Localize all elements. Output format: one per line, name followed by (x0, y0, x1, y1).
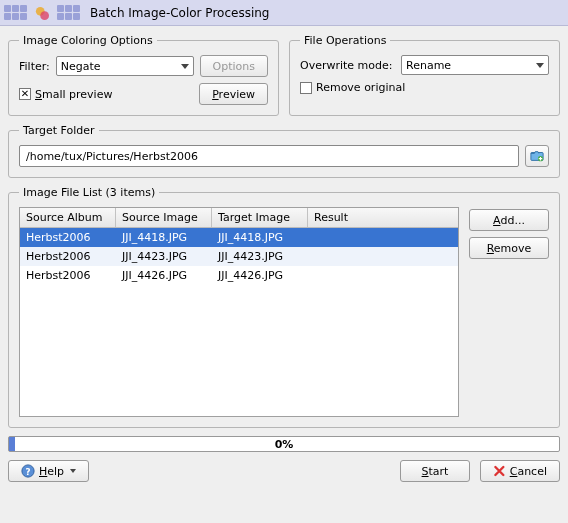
chevron-down-icon (536, 63, 544, 68)
add-button[interactable]: Add... (469, 209, 549, 231)
cancel-icon (493, 464, 506, 478)
image-coloring-options-group: Image Coloring Options Filter: Negate Op… (8, 34, 279, 116)
filter-label: Filter: (19, 60, 50, 73)
window-controls-icon[interactable] (57, 5, 80, 20)
browse-folder-button[interactable] (525, 145, 549, 167)
cancel-button[interactable]: Cancel (480, 460, 560, 482)
svg-point-1 (40, 11, 49, 20)
progress-bar: 0% (8, 436, 560, 452)
folder-icon (530, 149, 544, 163)
remove-button[interactable]: Remove (469, 237, 549, 259)
app-icon (33, 4, 51, 22)
preview-button[interactable]: Preview (199, 83, 268, 105)
col-source-image[interactable]: Source Image (116, 208, 212, 227)
col-target-image[interactable]: Target Image (212, 208, 308, 227)
col-result[interactable]: Result (308, 208, 458, 227)
col-source-album[interactable]: Source Album (20, 208, 116, 227)
checkbox-checked-icon: ✕ (19, 88, 31, 100)
chevron-down-icon (70, 469, 76, 473)
overwrite-mode-select[interactable]: Rename (401, 55, 549, 75)
svg-text:?: ? (25, 467, 30, 477)
chevron-down-icon (181, 64, 189, 69)
start-button[interactable]: Start (400, 460, 470, 482)
overwrite-mode-label: Overwrite mode: (300, 59, 395, 72)
filter-select-value: Negate (61, 60, 101, 73)
help-icon: ? (21, 464, 35, 478)
table-header: Source Album Source Image Target Image R… (20, 208, 458, 228)
target-folder-group: Target Folder /home/tux/Pictures/Herbst2… (8, 124, 560, 178)
target-folder-value: /home/tux/Pictures/Herbst2006 (26, 150, 198, 163)
table-row[interactable]: Herbst2006 JJI_4423.JPG JJI_4423.JPG (20, 247, 458, 266)
titlebar: Batch Image-Color Processing (0, 0, 568, 26)
options-button[interactable]: Options (200, 55, 268, 77)
file-operations-legend: File Operations (300, 34, 390, 47)
small-preview-checkbox[interactable]: ✕ Small preview (19, 88, 112, 101)
image-coloring-legend: Image Coloring Options (19, 34, 157, 47)
target-folder-legend: Target Folder (19, 124, 99, 137)
image-file-list-legend: Image File List (3 items) (19, 186, 159, 199)
checkbox-unchecked-icon (300, 82, 312, 94)
help-button[interactable]: ? Help (8, 460, 89, 482)
table-row[interactable]: Herbst2006 JJI_4418.JPG JJI_4418.JPG (20, 228, 458, 247)
remove-original-checkbox[interactable]: Remove original (300, 81, 405, 94)
file-operations-group: File Operations Overwrite mode: Rename R… (289, 34, 560, 116)
remove-original-label: Remove original (316, 81, 405, 94)
overwrite-mode-value: Rename (406, 59, 451, 72)
window-menu-icon[interactable] (4, 5, 27, 20)
image-file-list-group: Image File List (3 items) Source Album S… (8, 186, 560, 428)
small-preview-label: Small preview (35, 88, 112, 101)
progress-text: 0% (9, 437, 559, 451)
file-list-table[interactable]: Source Album Source Image Target Image R… (19, 207, 459, 417)
window-title: Batch Image-Color Processing (86, 6, 269, 20)
table-row[interactable]: Herbst2006 JJI_4426.JPG JJI_4426.JPG (20, 266, 458, 285)
filter-select[interactable]: Negate (56, 56, 194, 76)
table-body: Herbst2006 JJI_4418.JPG JJI_4418.JPG Her… (20, 228, 458, 416)
target-folder-input[interactable]: /home/tux/Pictures/Herbst2006 (19, 145, 519, 167)
